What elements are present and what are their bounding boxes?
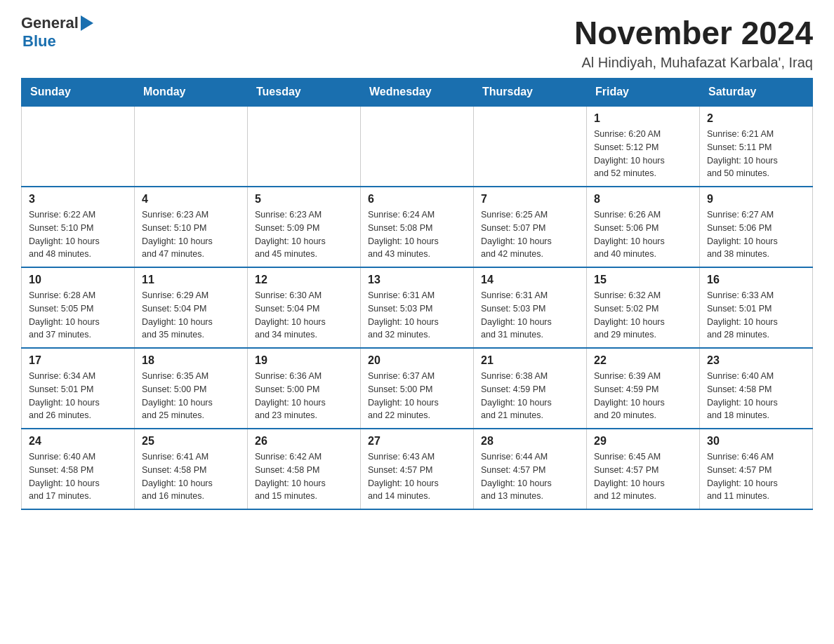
day-info: Sunrise: 6:24 AM Sunset: 5:08 PM Dayligh…: [368, 208, 466, 261]
calendar-cell: 26Sunrise: 6:42 AM Sunset: 4:58 PM Dayli…: [248, 429, 361, 509]
day-number: 30: [707, 435, 805, 448]
calendar-week-row: 24Sunrise: 6:40 AM Sunset: 4:58 PM Dayli…: [22, 429, 813, 509]
calendar-cell: 30Sunrise: 6:46 AM Sunset: 4:57 PM Dayli…: [700, 429, 813, 509]
calendar-cell: 20Sunrise: 6:37 AM Sunset: 5:00 PM Dayli…: [361, 348, 474, 429]
day-info: Sunrise: 6:42 AM Sunset: 4:58 PM Dayligh…: [255, 450, 353, 503]
calendar-cell: 5Sunrise: 6:23 AM Sunset: 5:09 PM Daylig…: [248, 187, 361, 267]
day-number: 9: [707, 193, 805, 206]
calendar-cell: 25Sunrise: 6:41 AM Sunset: 4:58 PM Dayli…: [135, 429, 248, 509]
day-number: 4: [142, 193, 240, 206]
day-number: 2: [707, 112, 805, 125]
day-number: 28: [481, 435, 579, 448]
calendar-cell: 16Sunrise: 6:33 AM Sunset: 5:01 PM Dayli…: [700, 267, 813, 348]
calendar-cell: 21Sunrise: 6:38 AM Sunset: 4:59 PM Dayli…: [474, 348, 587, 429]
day-number: 12: [255, 274, 353, 286]
calendar-cell: 23Sunrise: 6:40 AM Sunset: 4:58 PM Dayli…: [700, 348, 813, 429]
calendar-cell: 6Sunrise: 6:24 AM Sunset: 5:08 PM Daylig…: [361, 187, 474, 267]
calendar-cell: 27Sunrise: 6:43 AM Sunset: 4:57 PM Dayli…: [361, 429, 474, 509]
calendar-cell: [22, 106, 135, 187]
day-number: 20: [368, 354, 466, 367]
day-number: 14: [481, 274, 579, 286]
day-info: Sunrise: 6:23 AM Sunset: 5:09 PM Dayligh…: [255, 208, 353, 261]
day-number: 1: [594, 112, 692, 125]
calendar-table: SundayMondayTuesdayWednesdayThursdayFrid…: [21, 78, 813, 510]
day-info: Sunrise: 6:21 AM Sunset: 5:11 PM Dayligh…: [707, 128, 805, 180]
page-header: General Blue November 2024 Al Hindiyah, …: [21, 14, 813, 71]
logo-triangle-icon: [81, 15, 93, 31]
calendar-cell: 15Sunrise: 6:32 AM Sunset: 5:02 PM Dayli…: [587, 267, 700, 348]
logo-blue-text: Blue: [22, 32, 93, 51]
calendar-cell: 1Sunrise: 6:20 AM Sunset: 5:12 PM Daylig…: [587, 106, 700, 187]
calendar-day-header: Sunday: [22, 79, 135, 107]
day-info: Sunrise: 6:36 AM Sunset: 5:00 PM Dayligh…: [255, 370, 353, 422]
day-number: 26: [255, 435, 353, 448]
day-number: 16: [707, 274, 805, 286]
logo-general-text: General: [21, 14, 79, 32]
day-number: 10: [29, 274, 127, 286]
calendar-cell: 22Sunrise: 6:39 AM Sunset: 4:59 PM Dayli…: [587, 348, 700, 429]
calendar-cell: 10Sunrise: 6:28 AM Sunset: 5:05 PM Dayli…: [22, 267, 135, 348]
day-info: Sunrise: 6:39 AM Sunset: 4:59 PM Dayligh…: [594, 370, 692, 422]
day-info: Sunrise: 6:33 AM Sunset: 5:01 PM Dayligh…: [707, 289, 805, 342]
calendar-cell: 17Sunrise: 6:34 AM Sunset: 5:01 PM Dayli…: [22, 348, 135, 429]
calendar-cell: 3Sunrise: 6:22 AM Sunset: 5:10 PM Daylig…: [22, 187, 135, 267]
day-number: 6: [368, 193, 466, 206]
calendar-cell: 8Sunrise: 6:26 AM Sunset: 5:06 PM Daylig…: [587, 187, 700, 267]
day-number: 27: [368, 435, 466, 448]
day-info: Sunrise: 6:31 AM Sunset: 5:03 PM Dayligh…: [481, 289, 579, 342]
subtitle: Al Hindiyah, Muhafazat Karbala', Iraq: [574, 55, 813, 71]
calendar-week-row: 17Sunrise: 6:34 AM Sunset: 5:01 PM Dayli…: [22, 348, 813, 429]
day-info: Sunrise: 6:43 AM Sunset: 4:57 PM Dayligh…: [368, 450, 466, 503]
calendar-cell: 24Sunrise: 6:40 AM Sunset: 4:58 PM Dayli…: [22, 429, 135, 509]
day-info: Sunrise: 6:32 AM Sunset: 5:02 PM Dayligh…: [594, 289, 692, 342]
day-number: 23: [707, 354, 805, 367]
calendar-cell: 13Sunrise: 6:31 AM Sunset: 5:03 PM Dayli…: [361, 267, 474, 348]
calendar-cell: 11Sunrise: 6:29 AM Sunset: 5:04 PM Dayli…: [135, 267, 248, 348]
calendar-cell: [474, 106, 587, 187]
calendar-cell: 19Sunrise: 6:36 AM Sunset: 5:00 PM Dayli…: [248, 348, 361, 429]
calendar-cell: [248, 106, 361, 187]
day-number: 17: [29, 354, 127, 367]
day-info: Sunrise: 6:46 AM Sunset: 4:57 PM Dayligh…: [707, 450, 805, 503]
calendar-cell: 29Sunrise: 6:45 AM Sunset: 4:57 PM Dayli…: [587, 429, 700, 509]
day-info: Sunrise: 6:45 AM Sunset: 4:57 PM Dayligh…: [594, 450, 692, 503]
calendar-day-header: Saturday: [700, 79, 813, 107]
day-info: Sunrise: 6:40 AM Sunset: 4:58 PM Dayligh…: [707, 370, 805, 422]
day-number: 19: [255, 354, 353, 367]
day-number: 7: [481, 193, 579, 206]
calendar-cell: 18Sunrise: 6:35 AM Sunset: 5:00 PM Dayli…: [135, 348, 248, 429]
day-number: 18: [142, 354, 240, 367]
day-number: 29: [594, 435, 692, 448]
day-info: Sunrise: 6:40 AM Sunset: 4:58 PM Dayligh…: [29, 450, 127, 503]
day-number: 11: [142, 274, 240, 286]
title-section: November 2024 Al Hindiyah, Muhafazat Kar…: [574, 14, 813, 71]
day-info: Sunrise: 6:44 AM Sunset: 4:57 PM Dayligh…: [481, 450, 579, 503]
calendar-cell: 28Sunrise: 6:44 AM Sunset: 4:57 PM Dayli…: [474, 429, 587, 509]
day-info: Sunrise: 6:29 AM Sunset: 5:04 PM Dayligh…: [142, 289, 240, 342]
calendar-cell: 4Sunrise: 6:23 AM Sunset: 5:10 PM Daylig…: [135, 187, 248, 267]
calendar-header-row: SundayMondayTuesdayWednesdayThursdayFrid…: [22, 79, 813, 107]
day-info: Sunrise: 6:27 AM Sunset: 5:06 PM Dayligh…: [707, 208, 805, 261]
day-number: 13: [368, 274, 466, 286]
calendar-cell: 9Sunrise: 6:27 AM Sunset: 5:06 PM Daylig…: [700, 187, 813, 267]
day-info: Sunrise: 6:34 AM Sunset: 5:01 PM Dayligh…: [29, 370, 127, 422]
day-info: Sunrise: 6:37 AM Sunset: 5:00 PM Dayligh…: [368, 370, 466, 422]
day-number: 5: [255, 193, 353, 206]
day-number: 22: [594, 354, 692, 367]
calendar-cell: [361, 106, 474, 187]
day-info: Sunrise: 6:28 AM Sunset: 5:05 PM Dayligh…: [29, 289, 127, 342]
day-number: 3: [29, 193, 127, 206]
logo: General Blue: [21, 14, 93, 51]
calendar-day-header: Friday: [587, 79, 700, 107]
calendar-week-row: 1Sunrise: 6:20 AM Sunset: 5:12 PM Daylig…: [22, 106, 813, 187]
day-number: 21: [481, 354, 579, 367]
day-info: Sunrise: 6:20 AM Sunset: 5:12 PM Dayligh…: [594, 128, 692, 180]
day-info: Sunrise: 6:25 AM Sunset: 5:07 PM Dayligh…: [481, 208, 579, 261]
calendar-week-row: 10Sunrise: 6:28 AM Sunset: 5:05 PM Dayli…: [22, 267, 813, 348]
calendar-cell: 14Sunrise: 6:31 AM Sunset: 5:03 PM Dayli…: [474, 267, 587, 348]
day-info: Sunrise: 6:41 AM Sunset: 4:58 PM Dayligh…: [142, 450, 240, 503]
calendar-day-header: Tuesday: [248, 79, 361, 107]
calendar-day-header: Monday: [135, 79, 248, 107]
day-info: Sunrise: 6:30 AM Sunset: 5:04 PM Dayligh…: [255, 289, 353, 342]
calendar-week-row: 3Sunrise: 6:22 AM Sunset: 5:10 PM Daylig…: [22, 187, 813, 267]
